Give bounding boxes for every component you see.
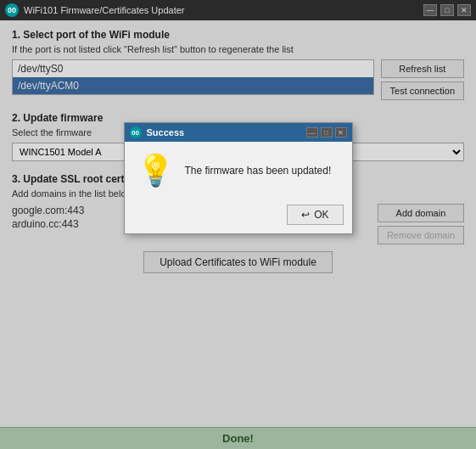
minimize-button[interactable]: — <box>423 4 437 16</box>
modal-message: The firmware has been updated! <box>185 165 332 177</box>
modal-arduino-icon: 00 <box>130 126 142 138</box>
modal-minimize-button[interactable]: — <box>306 127 318 138</box>
close-button[interactable]: ✕ <box>457 4 471 16</box>
modal-overlay: 00 Success — □ ✕ 💡 The firmware has been… <box>0 20 476 449</box>
ok-button[interactable]: ↩ OK <box>287 205 343 225</box>
modal-footer: ↩ OK <box>125 199 352 233</box>
lightbulb-icon: 💡 <box>137 155 175 186</box>
modal-close-button[interactable]: ✕ <box>335 127 347 138</box>
ok-label: OK <box>314 209 328 221</box>
maximize-button[interactable]: □ <box>440 4 454 16</box>
ok-icon: ↩ <box>301 209 310 221</box>
modal-maximize-button[interactable]: □ <box>321 127 333 138</box>
modal-title: Success <box>147 127 185 138</box>
window-title: WiFi101 Firmware/Certificates Updater <box>24 5 185 15</box>
modal-title-controls: — □ ✕ <box>306 127 347 138</box>
arduino-icon: 00 <box>5 3 19 17</box>
success-modal: 00 Success — □ ✕ 💡 The firmware has been… <box>124 122 353 234</box>
title-bar: 00 WiFi101 Firmware/Certificates Updater… <box>0 0 476 20</box>
title-bar-left: 00 WiFi101 Firmware/Certificates Updater <box>5 3 185 17</box>
modal-body: 💡 The firmware has been updated! <box>125 142 352 199</box>
title-bar-controls: — □ ✕ <box>423 4 471 16</box>
modal-title-bar: 00 Success — □ ✕ <box>125 123 352 142</box>
modal-title-left: 00 Success <box>130 126 185 138</box>
